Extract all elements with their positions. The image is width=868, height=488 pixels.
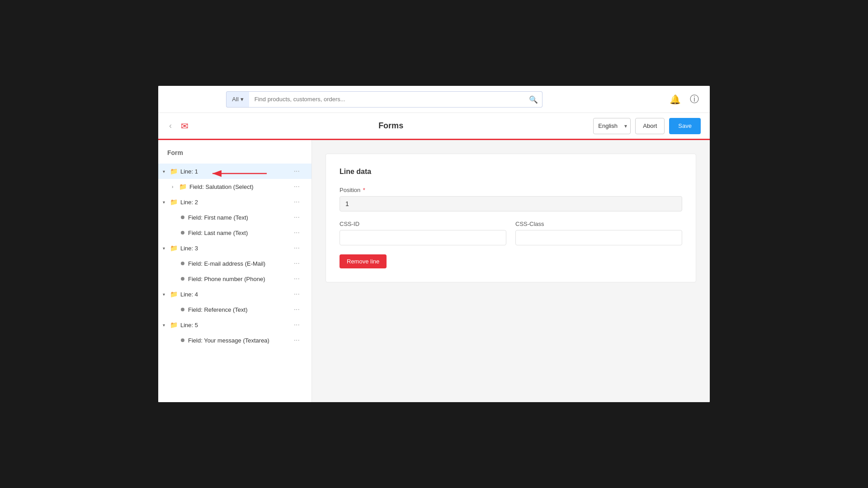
top-bar: All ▾ 🔍 🔔 ⓘ <box>158 86 710 113</box>
back-button[interactable]: ‹ <box>167 119 174 132</box>
folder-icon-salutation: 📁 <box>179 183 187 190</box>
tree-item-line3[interactable]: ▾ 📁 Line: 3 ··· <box>158 240 311 256</box>
tree-item-message[interactable]: Field: Your message (Textarea) ··· <box>158 333 311 348</box>
tree-label-line2: Line: 2 <box>180 199 291 206</box>
language-select-wrap: English <box>593 118 631 134</box>
abort-button[interactable]: Abort <box>635 118 665 134</box>
folder-icon-line2: 📁 <box>170 198 178 206</box>
tree-toggle-salutation: › <box>172 184 177 189</box>
tree-label-salutation: Field: Salutation (Select) <box>189 183 291 190</box>
search-all-chevron: ▾ <box>241 96 244 103</box>
help-icon-button[interactable]: ⓘ <box>688 91 701 107</box>
tree-toggle-line5: ▾ <box>163 323 168 328</box>
position-label: Position * <box>340 187 682 193</box>
search-input-wrap: 🔍 <box>249 91 543 108</box>
tree-item-salutation[interactable]: › 📁 Field: Salutation (Select) ··· <box>158 179 311 194</box>
tree-more-line1[interactable]: ··· <box>291 166 302 176</box>
header-actions: English Abort Save <box>593 118 701 134</box>
tree-label-line3: Line: 3 <box>180 245 291 252</box>
css-id-label: CSS-ID <box>340 221 506 227</box>
tree-item-line2[interactable]: ▾ 📁 Line: 2 ··· <box>158 194 311 210</box>
tree-more-phone[interactable]: ··· <box>291 274 302 284</box>
tree-more-email[interactable]: ··· <box>291 258 302 268</box>
css-id-group: CSS-ID <box>340 221 506 245</box>
position-group: Position * <box>340 187 682 211</box>
search-all-button[interactable]: All ▾ <box>226 91 249 108</box>
language-select[interactable]: English <box>593 118 631 134</box>
css-id-input[interactable] <box>340 230 506 245</box>
tree-label-phone: Field: Phone number (Phone) <box>188 276 291 282</box>
tree-item-email[interactable]: Field: E-mail address (E-Mail) ··· <box>158 256 311 271</box>
sidebar: Form ▾ 📁 Line: 1 ··· <box>158 140 312 402</box>
css-row: CSS-ID CSS-Class <box>340 221 682 245</box>
dot-icon-phone <box>181 277 184 281</box>
email-icon: ✉ <box>181 121 189 131</box>
sidebar-tree: ▾ 📁 Line: 1 ··· › 📁 Field: Salutation (S… <box>158 164 311 348</box>
search-all-label: All <box>232 96 238 103</box>
dot-icon-reference <box>181 308 184 311</box>
tree-label-message: Field: Your message (Textarea) <box>188 337 291 344</box>
tree-more-salutation[interactable]: ··· <box>291 182 302 192</box>
search-input[interactable] <box>249 91 543 108</box>
tree-label-line4: Line: 4 <box>180 291 291 298</box>
tree-more-reference[interactable]: ··· <box>291 305 302 314</box>
css-class-label: CSS-Class <box>515 221 682 227</box>
dot-icon-lastname <box>181 231 184 235</box>
app-window: All ▾ 🔍 🔔 ⓘ ‹ ✉ Forms English Abort Save <box>158 86 710 402</box>
tree-more-line3[interactable]: ··· <box>291 243 302 253</box>
search-icon-button[interactable]: 🔍 <box>529 95 538 103</box>
right-panel: Line data Position * CSS-ID CSS-Class <box>312 140 710 402</box>
sidebar-title: Form <box>158 149 311 164</box>
page-title: Forms <box>196 121 586 131</box>
tree-more-line4[interactable]: ··· <box>291 289 302 299</box>
folder-icon-line3: 📁 <box>170 244 178 252</box>
position-input[interactable] <box>340 196 682 211</box>
tree-toggle-line1: ▾ <box>163 169 168 174</box>
tree-item-firstname[interactable]: Field: First name (Text) ··· <box>158 210 311 225</box>
tree-item-reference[interactable]: Field: Reference (Text) ··· <box>158 302 311 317</box>
tree-label-email: Field: E-mail address (E-Mail) <box>188 260 291 267</box>
tree-toggle-line4: ▾ <box>163 292 168 297</box>
tree-more-message[interactable]: ··· <box>291 335 302 345</box>
tree-item-line1[interactable]: ▾ 📁 Line: 1 ··· <box>158 164 311 179</box>
tree-item-line4[interactable]: ▾ 📁 Line: 4 ··· <box>158 286 311 302</box>
remove-line-button[interactable]: Remove line <box>340 254 387 268</box>
tree-toggle-line2: ▾ <box>163 200 168 205</box>
tree-toggle-line3: ▾ <box>163 246 168 251</box>
dot-icon-email <box>181 262 184 265</box>
folder-icon-line5: 📁 <box>170 321 178 328</box>
tree-label-lastname: Field: Last name (Text) <box>188 230 291 236</box>
main-content: Form ▾ 📁 Line: 1 ··· <box>158 140 710 402</box>
top-bar-right: 🔔 ⓘ <box>668 91 701 107</box>
notifications-icon-button[interactable]: 🔔 <box>668 92 683 107</box>
dot-icon-message <box>181 338 184 342</box>
header-bar: ‹ ✉ Forms English Abort Save <box>158 113 710 140</box>
folder-icon-line4: 📁 <box>170 291 178 298</box>
tree-more-line2[interactable]: ··· <box>291 197 302 207</box>
tree-more-lastname[interactable]: ··· <box>291 228 302 238</box>
save-button[interactable]: Save <box>669 118 701 134</box>
tree-more-firstname[interactable]: ··· <box>291 212 302 222</box>
tree-item-phone[interactable]: Field: Phone number (Phone) ··· <box>158 271 311 286</box>
dot-icon-firstname <box>181 216 184 219</box>
css-class-group: CSS-Class <box>515 221 682 245</box>
tree-label-reference: Field: Reference (Text) <box>188 306 291 313</box>
form-card: Line data Position * CSS-ID CSS-Class <box>326 154 696 282</box>
search-area: All ▾ 🔍 <box>226 91 542 108</box>
line-data-title: Line data <box>340 168 682 176</box>
tree-label-line1: Line: 1 <box>180 168 291 175</box>
tree-label-firstname: Field: First name (Text) <box>188 214 291 221</box>
tree-item-lastname[interactable]: Field: Last name (Text) ··· <box>158 225 311 240</box>
tree-label-line5: Line: 5 <box>180 322 291 328</box>
folder-icon-line1: 📁 <box>170 168 178 175</box>
tree-more-line5[interactable]: ··· <box>291 320 302 330</box>
tree-item-line5[interactable]: ▾ 📁 Line: 5 ··· <box>158 317 311 333</box>
css-class-input[interactable] <box>515 230 682 245</box>
